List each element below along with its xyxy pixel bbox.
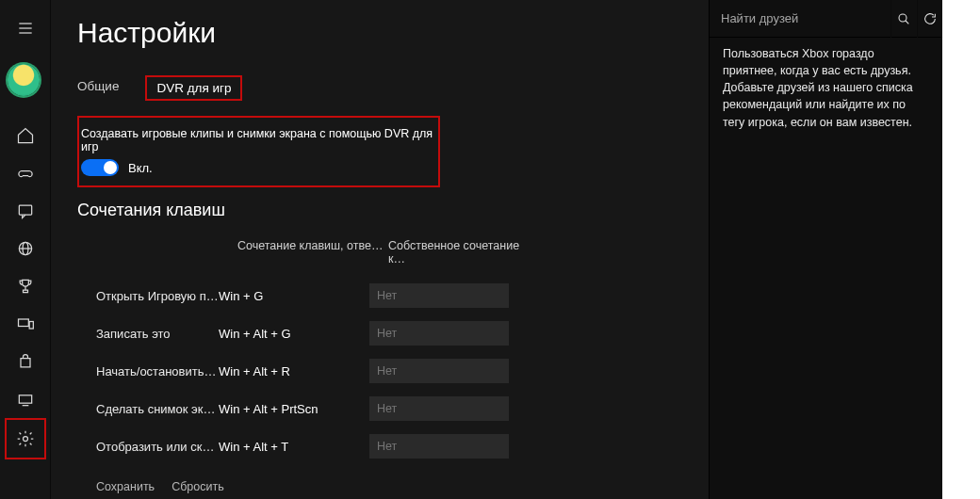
shortcut-label: Отобразить или скрыт… <box>77 440 219 454</box>
shortcut-row: Открыть Игровую пан… Win + G <box>77 277 709 314</box>
search-icon[interactable] <box>890 0 917 38</box>
shortcut-label: Сделать снимок экрана <box>77 402 219 416</box>
header-fixed: Сочетание клавиш, отве… <box>237 239 388 266</box>
main-content: Настройки Общие DVR для игр Создавать иг… <box>51 0 709 499</box>
svg-line-14 <box>906 21 908 24</box>
shortcut-fixed: Win + Alt + G <box>219 327 369 341</box>
chat-icon[interactable] <box>7 192 44 230</box>
friends-panel-text: Пользоваться Xbox гораздо приятнее, когд… <box>710 38 942 138</box>
shortcut-custom-input[interactable] <box>369 283 509 308</box>
svg-rect-8 <box>18 319 28 327</box>
shortcut-fixed: Win + Alt + T <box>219 440 369 454</box>
connect-icon[interactable] <box>7 380 44 418</box>
header-custom: Собственное сочетание к… <box>388 239 530 266</box>
shortcut-row: Записать это Win + Alt + G <box>77 314 709 352</box>
dvr-toggle-switch[interactable] <box>81 159 119 176</box>
reset-button[interactable]: Сбросить <box>172 480 224 493</box>
dvr-toggle-section: Создавать игровые клипы и снимки экрана … <box>77 116 440 187</box>
shortcut-custom-input[interactable] <box>369 359 509 383</box>
shortcut-row: Начать/остановить зап… Win + Alt + R <box>77 352 709 390</box>
shortcut-label: Начать/остановить зап… <box>77 364 219 378</box>
sidebar <box>0 0 51 499</box>
controller-icon[interactable] <box>7 154 44 192</box>
shortcut-custom-input[interactable] <box>369 434 509 459</box>
page-title: Настройки <box>77 17 709 49</box>
dvr-toggle-state: Вкл. <box>128 161 153 175</box>
tab-dvr[interactable]: DVR для игр <box>145 75 242 101</box>
svg-point-12 <box>23 437 27 442</box>
shortcut-row: Отобразить или скрыт… Win + Alt + T <box>77 427 709 465</box>
shortcut-custom-input[interactable] <box>369 396 509 421</box>
store-icon[interactable] <box>7 343 44 380</box>
search-row <box>710 0 942 38</box>
gear-icon[interactable] <box>7 420 44 458</box>
svg-point-13 <box>899 14 906 22</box>
shortcuts-headers: Сочетание клавиш, отве… Собственное соче… <box>77 239 709 266</box>
hamburger-icon[interactable] <box>7 9 44 47</box>
save-button[interactable]: Сохранить <box>96 480 155 493</box>
shortcut-label: Записать это <box>77 327 219 341</box>
shortcut-fixed: Win + G <box>219 289 369 303</box>
svg-rect-9 <box>29 322 33 330</box>
devices-icon[interactable] <box>7 305 44 343</box>
shortcut-label: Открыть Игровую пан… <box>77 289 219 303</box>
home-icon[interactable] <box>7 117 44 154</box>
friends-panel: Пользоваться Xbox гораздо приятнее, когд… <box>709 0 942 499</box>
footer-actions: Сохранить Сбросить <box>77 480 709 493</box>
svg-rect-10 <box>19 395 31 403</box>
tabs: Общие DVR для игр <box>77 75 709 101</box>
shortcuts-title: Сочетания клавиш <box>77 201 709 220</box>
globe-icon[interactable] <box>7 230 44 267</box>
shortcut-custom-input[interactable] <box>369 321 509 346</box>
svg-rect-3 <box>19 205 31 215</box>
dvr-toggle-caption: Создавать игровые клипы и снимки экрана … <box>81 127 436 153</box>
tab-general[interactable]: Общие <box>77 75 119 101</box>
settings-nav-highlight <box>5 418 46 459</box>
shortcut-row: Сделать снимок экрана Win + Alt + PrtScn <box>77 390 709 427</box>
shortcut-fixed: Win + Alt + PrtScn <box>219 402 369 416</box>
refresh-icon[interactable] <box>917 0 943 38</box>
avatar[interactable] <box>8 64 43 100</box>
trophy-icon[interactable] <box>7 267 44 305</box>
search-input[interactable] <box>710 11 890 25</box>
page-edge <box>942 0 980 499</box>
shortcut-fixed: Win + Alt + R <box>219 364 369 378</box>
